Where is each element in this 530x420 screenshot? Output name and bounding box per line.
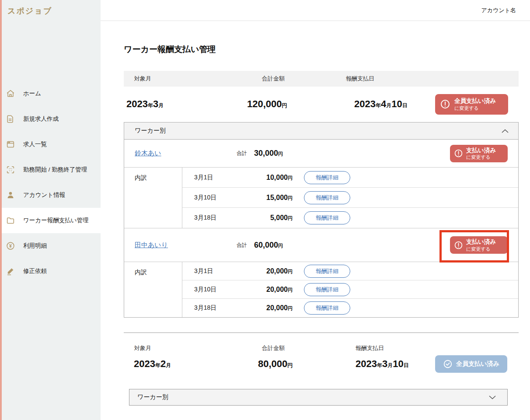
- sidebar-item-new-job[interactable]: 新規求人作成: [2, 106, 102, 132]
- person-icon: [6, 190, 15, 200]
- sidebar-item-label: ワーカー報酬支払い管理: [23, 217, 88, 224]
- col-header-pay-date: 報酬支払日: [356, 344, 519, 352]
- breakdown-amount: 20,000円: [255, 267, 293, 275]
- pay-date-cell: 2023年3月10日 全員支払い済み: [356, 355, 519, 373]
- worker-panel-collapsed[interactable]: ワーカー別: [129, 389, 508, 406]
- sidebar-item-usage-statement[interactable]: ¥ 利用明細: [2, 233, 102, 259]
- reward-detail-button[interactable]: 報酬詳細: [304, 301, 350, 315]
- worker-name-link[interactable]: 鈴木あい: [135, 149, 161, 157]
- sidebar-item-correction-request[interactable]: 修正依頼: [2, 259, 102, 284]
- total-label: 合計: [237, 242, 247, 249]
- mark-paid-button-highlighted[interactable]: 支払い済み に変更する: [450, 236, 508, 254]
- sidebar-item-account-info[interactable]: アカウント情報: [2, 182, 102, 208]
- breakdown-date: 3月1日: [194, 174, 255, 182]
- breakdown-label: 内訳: [124, 262, 182, 317]
- alert-icon: [454, 241, 463, 250]
- chevron-up-icon: [502, 129, 509, 133]
- target-month-value: 2023年3月: [124, 98, 247, 110]
- reward-detail-button[interactable]: 報酬詳細: [304, 171, 350, 184]
- page-title: ワーカー報酬支払い管理: [124, 44, 519, 55]
- home-icon: [6, 89, 15, 98]
- worker-name-link[interactable]: 田中あいり: [135, 241, 168, 248]
- worker-row: 田中あいり 合計 60,000円 支払い済み に変更する: [124, 228, 518, 262]
- breakdown-row: 3月10日 15,000円 報酬詳細: [182, 188, 518, 208]
- sidebar-item-label: 修正依頼: [23, 267, 47, 275]
- breakdown-date: 3月18日: [194, 214, 255, 222]
- breakdown-amount: 10,000円: [255, 174, 293, 182]
- reward-detail-button[interactable]: 報酬詳細: [304, 191, 350, 204]
- worker-panel-expanded: ワーカー別 鈴木あい 合計 30,000円 支払い済み に変更する 内訳: [124, 122, 519, 318]
- worker-total-value: 60,000円: [254, 241, 283, 250]
- section-divider: [124, 332, 519, 333]
- sidebar-item-label: 利用明細: [23, 242, 47, 250]
- table-header-row: 対象月 合計金額 報酬支払日: [124, 71, 519, 87]
- worker-name-link-wrap: 鈴木あい: [135, 149, 237, 158]
- pencil-icon: [6, 266, 15, 276]
- sidebar-nav: ホーム 新規求人作成 求人一覧 勤務開始 / 勤務終了管理 アカウント情報: [2, 81, 102, 284]
- sidebar-item-label: ホーム: [23, 90, 41, 98]
- main-content: ワーカー報酬支払い管理 対象月 合計金額 報酬支払日 2023年3月 120,0…: [124, 21, 519, 406]
- worker-name-link-wrap: 田中あいり: [135, 241, 237, 249]
- col-header-target-month: 対象月: [124, 344, 262, 352]
- sidebar-item-label: 求人一覧: [23, 140, 47, 148]
- breakdown-block: 内訳 3月1日 10,000円 報酬詳細 3月10日 15,000円 報酬詳細 …: [124, 168, 518, 228]
- sidebar-item-label: 新規求人作成: [23, 115, 59, 123]
- reward-detail-button[interactable]: 報酬詳細: [304, 283, 350, 296]
- target-month-value: 2023年2月: [124, 358, 258, 370]
- breakdown-row: 3月10日 20,000円 報酬詳細: [182, 280, 518, 299]
- breakdown-row: 3月18日 5,000円 報酬詳細: [182, 208, 518, 228]
- svg-text:¥: ¥: [9, 243, 12, 248]
- col-header-total-amount: 合計金額: [262, 344, 356, 352]
- breakdown-row: 3月1日 10,000円 報酬詳細: [182, 168, 518, 188]
- all-paid-status-button[interactable]: 全員支払い済み: [435, 355, 507, 373]
- window-icon: [6, 140, 15, 149]
- sidebar-item-home[interactable]: ホーム: [2, 81, 102, 106]
- topbar: アカウント名: [101, 0, 530, 21]
- worker-row: 鈴木あい 合計 30,000円 支払い済み に変更する: [124, 140, 518, 168]
- breakdown-amount: 5,000円: [255, 214, 293, 222]
- breakdown-date: 3月1日: [194, 267, 255, 275]
- pay-date-value: 2023年4月10日: [354, 98, 408, 110]
- breakdown-row: 3月18日 20,000円 報酬詳細: [182, 299, 518, 317]
- month-summary-row: 2023年3月 120,000円 2023年4月10日 全員支払い済み に変更す…: [124, 94, 519, 115]
- document-icon: [6, 114, 15, 124]
- month-summary-row: 2023年2月 80,000円 2023年3月10日 全員支払い済み: [124, 355, 519, 373]
- reward-detail-button[interactable]: 報酬詳細: [304, 265, 350, 278]
- total-amount-value: 80,000円: [258, 358, 356, 370]
- app-logo[interactable]: スポジョブ: [2, 0, 101, 16]
- qr-scan-icon: [6, 165, 15, 175]
- worker-panel-title: ワーカー別: [135, 127, 166, 135]
- breakdown-block: 内訳 3月1日 20,000円 報酬詳細 3月10日 20,000円 報酬詳細 …: [124, 262, 518, 317]
- col-header-target-month: 対象月: [124, 75, 262, 83]
- sidebar-item-label: 勤務開始 / 勤務終了管理: [23, 166, 87, 174]
- reward-detail-button[interactable]: 報酬詳細: [304, 211, 350, 224]
- breakdown-date: 3月10日: [194, 194, 255, 202]
- alert-icon: [454, 149, 463, 158]
- breakdown-amount: 20,000円: [255, 286, 293, 294]
- chevron-down-icon: [489, 396, 496, 399]
- sidebar-item-label: アカウント情報: [23, 191, 65, 199]
- worker-total-value: 30,000円: [254, 149, 283, 158]
- mark-paid-button[interactable]: 支払い済み に変更する: [450, 145, 508, 162]
- col-header-pay-date: 報酬支払日: [346, 75, 519, 83]
- pay-date-value: 2023年3月10日: [356, 358, 409, 370]
- check-circle-icon: [443, 359, 453, 369]
- yen-circle-icon: ¥: [6, 241, 15, 251]
- sidebar: スポジョブ ホーム 新規求人作成 求人一覧 勤務開始 / 勤務終了管理: [0, 0, 101, 420]
- account-name[interactable]: アカウント名: [481, 7, 516, 14]
- pay-date-cell: 2023年4月10日 全員支払い済み に変更する: [354, 94, 519, 115]
- sidebar-item-job-list[interactable]: 求人一覧: [2, 132, 102, 157]
- total-amount-value: 120,000円: [247, 98, 354, 110]
- total-label: 合計: [237, 150, 247, 157]
- sidebar-item-shift-management[interactable]: 勤務開始 / 勤務終了管理: [2, 157, 102, 182]
- worker-panel-header[interactable]: ワーカー別: [124, 122, 518, 140]
- breakdown-amount: 20,000円: [255, 304, 293, 312]
- alert-icon: [440, 99, 450, 109]
- breakdown-amount: 15,000円: [255, 194, 293, 202]
- sidebar-item-worker-payment[interactable]: ワーカー報酬支払い管理: [2, 208, 102, 233]
- worker-panel-title: ワーカー別: [137, 393, 168, 401]
- breakdown-date: 3月18日: [194, 304, 255, 312]
- col-header-total-amount: 合計金額: [262, 75, 346, 83]
- mark-all-paid-button[interactable]: 全員支払い済み に変更する: [435, 94, 508, 115]
- breakdown-row: 3月1日 20,000円 報酬詳細: [182, 262, 518, 280]
